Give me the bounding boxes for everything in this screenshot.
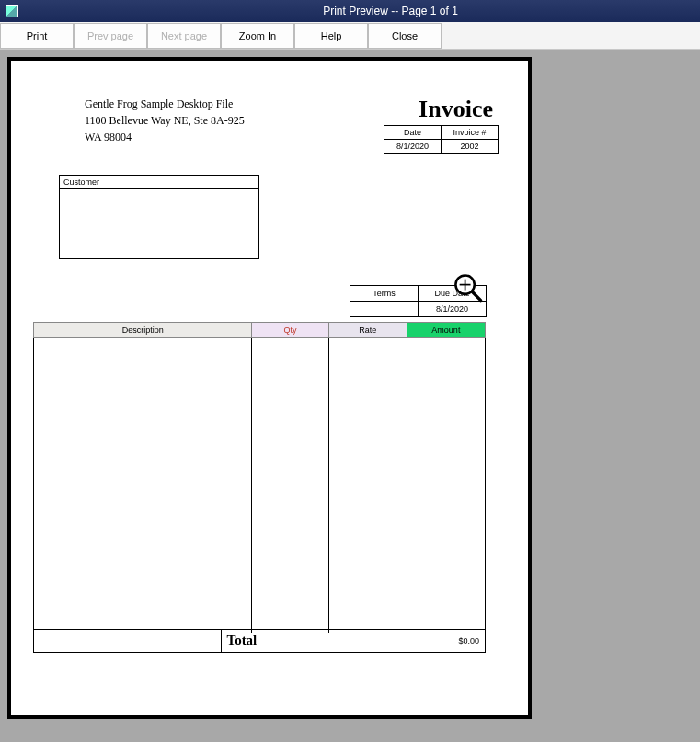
window-title: Print Preview -- Page 1 of 1 [323, 5, 458, 17]
line-items-table: Description Qty Rate Amount [33, 322, 486, 633]
zoom-in-button[interactable]: Zoom In [221, 23, 294, 49]
company-address-2: WA 98004 [85, 129, 245, 145]
help-button[interactable]: Help [294, 23, 368, 49]
customer-label: Customer [60, 176, 258, 189]
prev-page-button: Prev page [74, 23, 147, 49]
system-menu-icon[interactable] [6, 5, 18, 17]
toolbar: Print Prev page Next page Zoom In Help C… [0, 22, 700, 50]
next-page-button: Next page [147, 23, 221, 49]
preview-workspace: Gentle Frog Sample Desktop File 1100 Bel… [0, 50, 700, 742]
company-block: Gentle Frog Sample Desktop File 1100 Bel… [85, 96, 245, 145]
company-address-1: 1100 Bellevue Way NE, Ste 8A-925 [85, 112, 245, 129]
total-spacer [34, 630, 222, 652]
table-row [34, 338, 486, 633]
title-bar: Print Preview -- Page 1 of 1 [0, 0, 700, 22]
total-row: Total $0.00 [33, 629, 486, 653]
customer-box: Customer [59, 175, 259, 259]
terms-value [350, 302, 419, 317]
invoice-meta-table: Date Invoice # 8/1/2020 2002 [384, 125, 499, 154]
terms-due-table: Terms Due Date 8/1/2020 [350, 285, 487, 317]
col-rate: Rate [328, 323, 407, 338]
page-frame[interactable]: Gentle Frog Sample Desktop File 1100 Bel… [7, 57, 532, 719]
meta-number-label: Invoice # [442, 126, 499, 140]
invoice-page: Gentle Frog Sample Desktop File 1100 Bel… [11, 61, 528, 715]
col-amount: Amount [407, 323, 485, 338]
col-description: Description [34, 323, 252, 338]
due-date-value: 8/1/2020 [419, 302, 487, 317]
col-qty: Qty [252, 323, 328, 338]
invoice-title: Invoice [419, 96, 493, 123]
close-button[interactable]: Close [368, 23, 442, 49]
total-label: Total [222, 630, 419, 652]
meta-date-label: Date [384, 126, 442, 140]
total-value: $0.00 [419, 630, 485, 652]
print-button[interactable]: Print [0, 23, 74, 49]
company-name: Gentle Frog Sample Desktop File [85, 96, 245, 112]
due-date-label: Due Date [419, 286, 487, 302]
terms-label: Terms [350, 286, 419, 302]
meta-date-value: 8/1/2020 [384, 140, 442, 154]
meta-number-value: 2002 [442, 140, 499, 154]
